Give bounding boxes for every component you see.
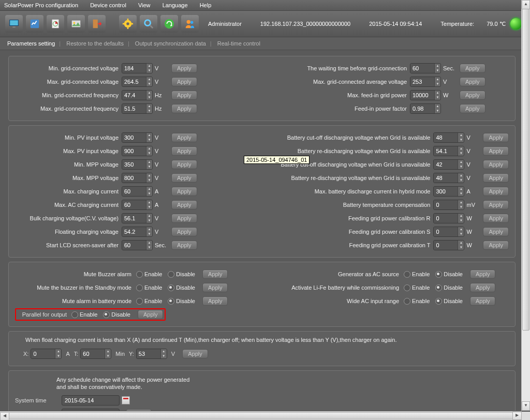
radio-enable[interactable]	[404, 271, 410, 278]
radio-enable[interactable]	[71, 311, 78, 318]
spin-up-icon[interactable]: ▲	[458, 241, 464, 245]
apply-button[interactable]: Apply	[483, 187, 509, 196]
spin-up-icon[interactable]: ▲	[458, 173, 464, 178]
spin-down-icon[interactable]: ▼	[146, 109, 152, 113]
apply-button[interactable]: Apply	[171, 200, 197, 209]
apply-button[interactable]: Apply	[460, 104, 485, 113]
tab-sync[interactable]: Output synchronization data	[135, 40, 206, 47]
spin-up-icon[interactable]: ▲	[434, 104, 440, 109]
image-icon[interactable]	[67, 15, 85, 33]
spin-down-icon[interactable]: ▼	[146, 151, 152, 156]
spin-up-icon[interactable]: ▲	[458, 200, 464, 205]
radio-disable[interactable]	[168, 298, 174, 305]
menu-language[interactable]: Language	[163, 2, 188, 8]
spin-down-icon[interactable]: ▼	[458, 191, 464, 196]
apply-button[interactable]: Apply	[483, 241, 509, 250]
spin-up-icon[interactable]: ▲	[146, 77, 152, 82]
apply-button[interactable]: Apply	[171, 91, 197, 100]
apply-button[interactable]: Apply	[171, 160, 197, 169]
param-input[interactable]: ▲▼	[433, 159, 464, 170]
param-input[interactable]: ▲▼	[433, 200, 464, 210]
spin-up-icon[interactable]: ▲	[146, 146, 152, 151]
t-input[interactable]: ▲▼	[80, 349, 111, 359]
apply-button[interactable]: Apply	[171, 227, 197, 236]
spin-down-icon[interactable]: ▼	[146, 68, 152, 73]
spin-down-icon[interactable]: ▼	[434, 68, 440, 73]
radio-enable[interactable]	[136, 298, 143, 305]
param-input[interactable]: ▲▼	[122, 90, 153, 100]
param-input[interactable]: ▲▼	[433, 213, 464, 223]
apply-button[interactable]: Apply	[460, 77, 485, 86]
date-input[interactable]	[62, 395, 120, 406]
param-input[interactable]: ▲▼	[433, 240, 464, 250]
spin-down-icon[interactable]: ▼	[458, 151, 464, 156]
scroll-up-icon[interactable]: ▲	[522, 0, 530, 9]
report-icon[interactable]	[47, 15, 64, 33]
search-icon[interactable]	[140, 15, 157, 33]
param-input[interactable]: ▲▼	[122, 103, 153, 114]
param-input[interactable]: ▲▼	[122, 63, 153, 73]
apply-button[interactable]: Apply	[171, 77, 197, 86]
scroll-right-icon[interactable]: ▶	[512, 412, 522, 420]
monitor-icon[interactable]	[5, 15, 23, 33]
spin-up-icon[interactable]: ▲	[146, 200, 152, 205]
apply-button[interactable]: Apply	[483, 133, 509, 142]
apply-button[interactable]: Apply	[202, 283, 228, 292]
spin-down-icon[interactable]: ▼	[146, 164, 152, 169]
spin-up-icon[interactable]: ▲	[146, 133, 152, 138]
spin-up-icon[interactable]: ▲	[458, 146, 464, 151]
spin-up-icon[interactable]: ▲	[146, 187, 152, 191]
spin-down-icon[interactable]: ▼	[458, 164, 464, 169]
param-input[interactable]: ▲▼	[122, 146, 153, 156]
param-input[interactable]: ▲▼	[433, 186, 464, 197]
spin-up-icon[interactable]: ▲	[458, 187, 464, 191]
spin-down-icon[interactable]: ▼	[434, 95, 440, 100]
apply-button[interactable]: Apply	[171, 64, 197, 73]
spin-up-icon[interactable]: ▲	[146, 214, 152, 218]
x-input[interactable]: ▲▼	[31, 349, 62, 359]
apply-button[interactable]: Apply	[171, 104, 197, 113]
apply-button[interactable]: Apply	[483, 146, 509, 156]
param-input[interactable]: ▲▼	[122, 77, 153, 87]
apply-button[interactable]: Apply	[202, 269, 228, 279]
apply-button[interactable]: Apply	[171, 146, 197, 156]
radio-enable[interactable]	[404, 298, 410, 305]
spin-up-icon[interactable]: ▲	[458, 133, 464, 138]
param-input[interactable]: ▲▼	[122, 186, 153, 197]
param-input[interactable]: ▲▼	[410, 63, 441, 73]
radio-enable[interactable]	[136, 271, 143, 278]
horizontal-scrollbar[interactable]: ◀ ▶	[0, 411, 522, 420]
apply-button[interactable]: Apply	[171, 214, 197, 223]
spin-down-icon[interactable]: ▼	[458, 218, 464, 223]
radio-enable[interactable]	[404, 284, 410, 291]
chart-icon[interactable]	[26, 15, 43, 33]
spin-up-icon[interactable]: ▲	[434, 64, 440, 68]
apply-button[interactable]: Apply	[460, 91, 485, 100]
spin-down-icon[interactable]: ▼	[146, 245, 152, 250]
tab-restore[interactable]: Restore to the defaults	[66, 40, 124, 47]
spin-down-icon[interactable]: ▼	[458, 178, 464, 183]
spin-down-icon[interactable]: ▼	[146, 218, 152, 223]
vertical-scrollbar[interactable]: ▲ ▼	[521, 0, 530, 411]
users-icon[interactable]	[181, 15, 199, 33]
spin-up-icon[interactable]: ▲	[146, 160, 152, 164]
spin-up-icon[interactable]: ▲	[458, 227, 464, 232]
radio-disable[interactable]	[168, 284, 174, 291]
param-input[interactable]: ▲▼	[410, 77, 441, 87]
refresh-icon[interactable]	[160, 15, 178, 33]
param-input[interactable]: ▲▼	[122, 173, 153, 183]
spin-up-icon[interactable]: ▲	[146, 91, 152, 95]
spin-up-icon[interactable]: ▲	[146, 241, 152, 245]
apply-button[interactable]: Apply	[470, 296, 496, 306]
param-input[interactable]: ▲▼	[433, 173, 464, 183]
spin-down-icon[interactable]: ▼	[458, 245, 464, 250]
scroll-down-icon[interactable]: ▼	[522, 401, 530, 411]
spin-down-icon[interactable]: ▼	[146, 95, 152, 100]
time-input[interactable]	[62, 409, 120, 411]
y-input[interactable]: ▲▼	[136, 349, 167, 359]
param-input[interactable]: ▲▼	[122, 227, 153, 237]
tab-realtime[interactable]: Real-time control	[217, 40, 260, 47]
spin-down-icon[interactable]: ▼	[458, 232, 464, 236]
radio-disable[interactable]	[435, 284, 442, 291]
exit-icon[interactable]	[88, 15, 106, 33]
